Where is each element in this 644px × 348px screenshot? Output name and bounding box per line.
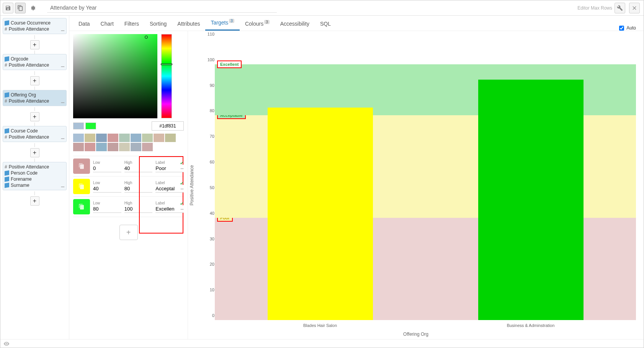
tab-data[interactable]: Data [73, 17, 95, 31]
add-group-button[interactable]: + [30, 40, 39, 49]
target-row: LowHighLabel✔− [73, 156, 184, 176]
drilldown-field: #Positive Attendance [5, 164, 65, 170]
tab-accessibility[interactable]: Accessibility [275, 17, 315, 31]
tab-sorting[interactable]: Sorting [144, 17, 172, 31]
drilldown-group[interactable]: Course Code#Positive Attendance− [3, 126, 67, 142]
drilldown-group[interactable]: Orgcode#Positive Attendance− [3, 54, 67, 70]
x-tick-label: Blades Hair Salon [215, 323, 425, 328]
palette-swatch[interactable] [96, 134, 107, 142]
palette-swatch[interactable] [108, 134, 118, 142]
target-low-input[interactable] [93, 185, 121, 193]
palette-swatch[interactable] [73, 143, 84, 151]
palette-swatch[interactable] [73, 134, 84, 142]
check-icon: ✔ [180, 160, 184, 166]
drilldown-group[interactable]: Course Occurrence#Positive Attendance− [3, 18, 67, 34]
field-label: Positive Attendance [9, 134, 49, 140]
config-tabs: DataChartFiltersSortingAttributesTargets… [69, 16, 644, 31]
target-label-input[interactable] [155, 165, 184, 172]
target-label-input[interactable] [155, 185, 184, 193]
field-label: Positive Attendance [9, 164, 49, 170]
drilldown-field: Offering Org [5, 92, 65, 98]
remove-group-button[interactable]: − [60, 100, 65, 105]
drilldown-field: #Positive Attendance [5, 134, 65, 140]
palette-swatch[interactable] [154, 134, 164, 142]
y-tick: 0 [212, 313, 214, 318]
field-label: Person Code [11, 170, 38, 176]
palette-swatch[interactable] [131, 143, 141, 151]
settings-button[interactable] [27, 3, 38, 13]
tab-colours[interactable]: Colours3 [240, 16, 275, 31]
close-icon [631, 5, 637, 11]
target-high-label: High [124, 201, 153, 205]
palette-swatch[interactable] [142, 134, 153, 142]
palette-swatch[interactable] [119, 134, 130, 142]
palette-swatch[interactable] [165, 134, 176, 142]
check-icon: ✔ [180, 181, 184, 186]
auto-checkbox[interactable] [619, 26, 624, 31]
target-color-box[interactable] [73, 179, 90, 194]
tab-attributes[interactable]: Attributes [172, 17, 205, 31]
add-group-button[interactable]: + [30, 112, 39, 121]
target-color-box[interactable] [73, 158, 90, 174]
tab-chart[interactable]: Chart [95, 17, 119, 31]
remove-target-button[interactable]: − [180, 165, 184, 172]
palette-swatch[interactable] [96, 143, 107, 151]
target-high-input[interactable] [124, 165, 153, 172]
drilldown-field: Surname [5, 182, 65, 188]
save-button[interactable] [3, 3, 13, 13]
target-high-input[interactable] [124, 185, 153, 193]
drilldown-field: #Positive Attendance [5, 98, 65, 104]
target-label-label: Label [155, 160, 184, 165]
palette-swatch[interactable] [108, 143, 118, 151]
remove-group-button[interactable]: − [60, 64, 65, 69]
measure-icon: # [5, 134, 7, 140]
save-icon [5, 5, 11, 11]
palette-swatch[interactable] [131, 134, 141, 142]
target-high-input[interactable] [124, 205, 153, 213]
drilldown-field: Person Code [5, 170, 65, 176]
report-title-input[interactable] [47, 3, 277, 13]
add-target-button[interactable]: + [119, 225, 138, 240]
measure-icon: # [5, 98, 7, 104]
copy-button[interactable] [15, 3, 26, 13]
color-saturation-value-box[interactable] [73, 34, 157, 118]
tab-filters[interactable]: Filters [119, 17, 144, 31]
target-color-box[interactable] [73, 199, 90, 214]
palette-swatch[interactable] [85, 134, 95, 142]
y-tick: 20 [210, 262, 214, 266]
chart-bar [478, 80, 584, 320]
tool-button[interactable] [615, 3, 625, 13]
target-low-input[interactable] [93, 205, 121, 213]
target-label-label: Label [155, 181, 184, 185]
remove-group-button[interactable]: − [60, 185, 65, 189]
drilldown-group[interactable]: #Positive AttendancePerson CodeForenameS… [3, 162, 67, 190]
measure-icon: # [5, 26, 7, 32]
dimension-icon [5, 20, 9, 26]
add-group-button[interactable]: + [30, 148, 39, 157]
color-hex-input[interactable] [152, 121, 184, 131]
remove-target-button[interactable]: − [180, 206, 184, 213]
target-label-input[interactable] [155, 205, 184, 213]
palette-swatch[interactable] [85, 143, 95, 151]
palette-swatch[interactable] [142, 143, 153, 151]
drilldown-group[interactable]: Offering Org#Positive Attendance− [3, 90, 67, 106]
add-group-button[interactable]: + [30, 76, 39, 85]
remove-target-button[interactable]: − [180, 186, 184, 193]
target-low-input[interactable] [93, 165, 121, 172]
eye-icon [3, 341, 10, 347]
copy-icon [78, 183, 85, 190]
palette-swatch[interactable] [119, 143, 130, 151]
field-label: Orgcode [11, 56, 28, 62]
close-button[interactable] [629, 3, 640, 13]
auto-label: Auto [626, 25, 636, 31]
field-label: Positive Attendance [9, 62, 49, 68]
field-label: Forename [11, 176, 32, 182]
remove-group-button[interactable]: − [60, 136, 65, 141]
copy-icon [78, 204, 85, 210]
wrench-icon [617, 5, 623, 11]
color-hue-bar[interactable] [161, 34, 172, 118]
tab-targets[interactable]: Targets3 [205, 16, 239, 31]
remove-group-button[interactable]: − [60, 28, 65, 33]
add-group-button[interactable]: + [30, 196, 39, 206]
tab-sql[interactable]: SQL [315, 17, 336, 31]
